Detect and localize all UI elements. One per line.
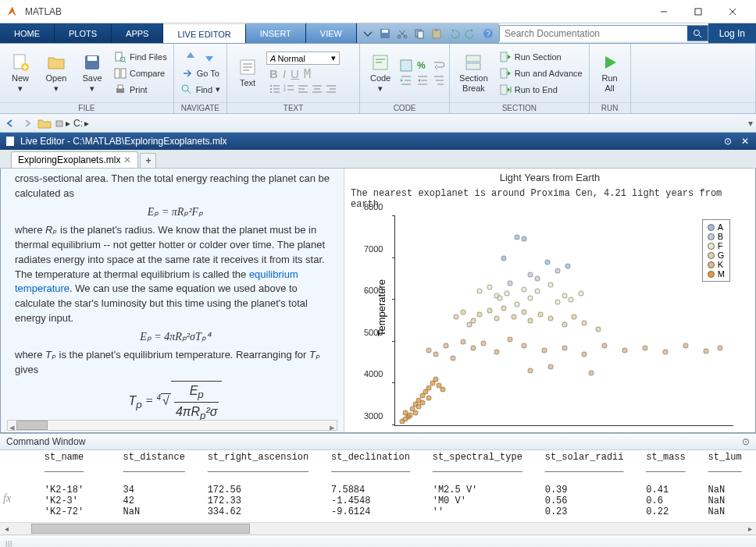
- window-title: MATLAB: [25, 6, 647, 17]
- copy-icon[interactable]: [413, 27, 426, 40]
- svg-rect-70: [501, 85, 507, 94]
- equation-2: Eₚ = 4πRₚ²σTₚ⁴: [15, 329, 336, 345]
- add-tab-button[interactable]: +: [140, 153, 156, 168]
- list-button[interactable]: [269, 83, 280, 94]
- tab-insert[interactable]: INSERT: [246, 23, 306, 43]
- numlist-button[interactable]: 12: [284, 83, 294, 94]
- cut-icon[interactable]: [396, 27, 408, 40]
- svg-rect-9: [418, 31, 423, 38]
- svg-line-22: [124, 61, 126, 62]
- qat-dropdown-icon[interactable]: [362, 27, 374, 40]
- search-documentation[interactable]: [499, 25, 708, 41]
- run-advance-button[interactable]: Run and Advance: [496, 66, 586, 81]
- compare-button[interactable]: Compare: [111, 66, 170, 81]
- smart-indent-icon[interactable]: [432, 73, 446, 87]
- document-icon: [5, 136, 16, 147]
- browse-folder-icon[interactable]: [37, 117, 52, 130]
- search-button[interactable]: [687, 26, 708, 41]
- nav-down-icon[interactable]: [201, 49, 217, 65]
- path-root[interactable]: ▸: [55, 118, 70, 129]
- svg-rect-66: [466, 55, 480, 62]
- text-style-dropdown[interactable]: ANormal▾: [266, 52, 340, 65]
- refactor-icon[interactable]: [399, 59, 413, 73]
- svg-rect-73: [6, 137, 14, 146]
- close-tab-icon[interactable]: ✕: [123, 155, 131, 165]
- indent-left-icon[interactable]: [415, 73, 430, 87]
- print-button[interactable]: Print: [111, 82, 170, 98]
- svg-rect-19: [87, 56, 97, 61]
- svg-line-28: [187, 91, 191, 94]
- tab-view[interactable]: VIEW: [306, 23, 357, 43]
- save-icon[interactable]: [379, 27, 391, 40]
- tab-home[interactable]: HOME: [0, 23, 55, 43]
- quick-access-toolbar: ?: [357, 23, 499, 43]
- path-drive[interactable]: C: ▸: [73, 118, 89, 129]
- login-button[interactable]: Log In: [708, 23, 756, 43]
- close-button[interactable]: [715, 1, 750, 23]
- undo-icon[interactable]: [448, 27, 460, 40]
- live-editor-body: cross-sectional area. Then the total ene…: [0, 169, 756, 433]
- svg-rect-68: [501, 52, 507, 62]
- code-button[interactable]: Code▾: [363, 52, 398, 94]
- align-right-button[interactable]: [326, 83, 337, 94]
- wrap-icon[interactable]: [432, 59, 446, 73]
- goto-button[interactable]: Go To: [178, 66, 223, 81]
- run-all-button[interactable]: Run All: [593, 52, 627, 94]
- matlab-logo-icon: [6, 5, 19, 18]
- find-button[interactable]: Find ▾: [177, 82, 223, 98]
- minimize-button[interactable]: [647, 1, 681, 23]
- section-break-button[interactable]: Section Break: [453, 52, 494, 94]
- output-message: The nearest exoplanet is around Proxima …: [351, 188, 749, 210]
- command-scrollbar[interactable]: ◂▸: [0, 522, 756, 535]
- toolstrip-text: Text ANormal▾ B I U M 12 TEXT: [227, 44, 360, 113]
- open-button[interactable]: Open▾: [39, 52, 73, 94]
- mono-button[interactable]: M: [304, 67, 311, 81]
- comment-icon[interactable]: %: [415, 59, 430, 73]
- toolstrip-file: New▾ Open▾ Save▾ Find Files Compare Prin…: [0, 44, 174, 113]
- search-input[interactable]: [500, 26, 687, 41]
- bold-button[interactable]: B: [269, 67, 278, 81]
- save-button[interactable]: Save▾: [75, 52, 109, 94]
- cmd-dropdown-icon[interactable]: ⊙: [742, 436, 750, 447]
- document-pane[interactable]: cross-sectional area. Then the total ene…: [1, 169, 344, 432]
- back-button[interactable]: [3, 116, 17, 130]
- indent-right-icon[interactable]: [399, 73, 413, 87]
- run-to-end-button[interactable]: Run to End: [496, 82, 586, 98]
- command-window[interactable]: st_name st_distance st_right_ascension s…: [0, 450, 756, 522]
- doc-scrollbar[interactable]: ◂▸: [7, 420, 337, 431]
- toolstrip-code: Code▾ % CODE: [360, 44, 450, 113]
- nav-up-icon[interactable]: [183, 49, 198, 65]
- addr-dropdown-icon[interactable]: ▾: [748, 118, 753, 129]
- italic-button[interactable]: I: [283, 67, 286, 81]
- file-tab[interactable]: ExploringExoplanets.mlx ✕: [11, 151, 138, 168]
- svg-point-14: [694, 30, 699, 35]
- toolstrip: New▾ Open▾ Save▾ Find Files Compare Prin…: [0, 44, 756, 114]
- toolstrip-run: Run All RUN: [590, 44, 631, 113]
- address-bar: ▸ C: ▸ ▾: [0, 114, 756, 133]
- statusbar: ⁞⁞⁞: [0, 535, 756, 547]
- dock-dropdown-icon[interactable]: ⊙: [722, 135, 734, 147]
- run-section-button[interactable]: Run Section: [496, 49, 586, 65]
- svg-point-33: [270, 85, 272, 87]
- text-button[interactable]: Text: [230, 56, 265, 89]
- maximize-button[interactable]: [681, 1, 715, 23]
- plot-xlabel: Light Years from Earth: [351, 172, 749, 183]
- desktop-tabstrip: HOME PLOTS APPS LIVE EDITOR INSERT VIEW …: [0, 23, 756, 44]
- align-center-button[interactable]: [312, 83, 323, 94]
- redo-icon[interactable]: [465, 27, 477, 40]
- tab-plots[interactable]: PLOTS: [55, 23, 112, 43]
- tab-apps[interactable]: APPS: [112, 23, 163, 43]
- tab-live-editor[interactable]: LIVE EDITOR: [163, 23, 245, 43]
- paste-icon[interactable]: [430, 27, 443, 40]
- align-left-button[interactable]: [298, 83, 308, 94]
- forward-button[interactable]: [20, 116, 34, 130]
- scatter-plot: Temperature ABFGKM 300040005000600070008…: [394, 216, 733, 426]
- underline-button[interactable]: U: [291, 67, 299, 81]
- close-panel-icon[interactable]: ✕: [739, 135, 751, 147]
- find-files-button[interactable]: Find Files: [111, 49, 170, 65]
- svg-rect-20: [116, 52, 122, 61]
- help-icon[interactable]: ?: [482, 27, 494, 40]
- live-editor-title: Live Editor - C:\MATLAB\ExploringExoplan…: [20, 136, 227, 147]
- new-button[interactable]: New▾: [3, 52, 37, 94]
- svg-rect-69: [501, 69, 507, 78]
